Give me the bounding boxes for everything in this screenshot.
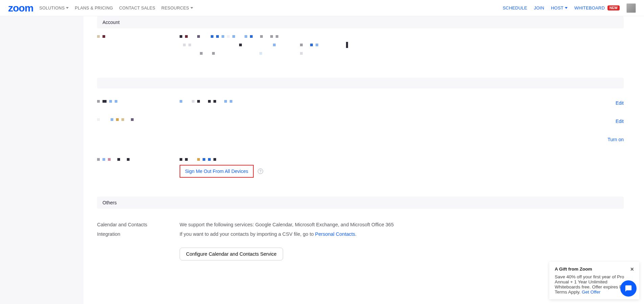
header: zoom SOLUTIONS PLANS & PRICING CONTACT S…: [0, 0, 644, 16]
section-signin-header: [97, 78, 624, 88]
help-icon[interactable]: ?: [258, 169, 263, 174]
header-left: zoom SOLUTIONS PLANS & PRICING CONTACT S…: [8, 3, 193, 13]
signin-row-email: Edit: [97, 100, 624, 106]
calendar-desc-1: We support the following services: Googl…: [180, 220, 624, 230]
toast-cta-link[interactable]: Get Offer: [582, 289, 600, 295]
turn-on-link[interactable]: Turn on: [607, 137, 624, 142]
account-row-1: [97, 35, 624, 59]
calendar-desc-2b: .: [355, 231, 356, 237]
nav-resources[interactable]: RESOURCES: [161, 6, 193, 10]
edit-password-link[interactable]: Edit: [616, 119, 624, 124]
calendar-desc-2a: If you want to add your contacts by impo…: [180, 231, 315, 237]
toast-title: A Gift from Zoom: [555, 267, 592, 272]
page-body: Account: [0, 16, 644, 304]
chat-icon: [625, 285, 632, 292]
calendar-desc-2: If you want to add your contacts by impo…: [180, 230, 624, 239]
section-account-header: Account: [97, 16, 624, 28]
content: Account: [84, 16, 644, 304]
zoom-logo[interactable]: zoom: [8, 3, 33, 13]
others-row-calendar: Calendar and Contacts Integration We sup…: [97, 220, 624, 260]
signin-row-2fa: Turn on: [97, 136, 624, 143]
nav-join[interactable]: JOIN: [534, 5, 544, 10]
nav-whiteboard[interactable]: WHITEBOARD NEW: [574, 5, 620, 10]
new-badge: NEW: [607, 5, 620, 10]
sign-out-all-button[interactable]: Sign Me Out From All Devices: [180, 165, 254, 178]
section-others-header: Others: [97, 197, 624, 209]
chevron-down-icon: [190, 7, 193, 9]
signin-row-password: Edit: [97, 118, 624, 124]
header-right: SCHEDULE JOIN HOST WHITEBOARD NEW: [503, 3, 636, 13]
close-icon[interactable]: ×: [630, 267, 634, 272]
nav-plans[interactable]: PLANS & PRICING: [75, 6, 113, 10]
sidebar: [0, 16, 84, 304]
nav-whiteboard-label: WHITEBOARD: [574, 5, 605, 10]
chevron-down-icon: [66, 7, 69, 9]
nav-contact[interactable]: CONTACT SALES: [119, 6, 155, 10]
sign-out-all-label: Sign Me Out From All Devices: [185, 169, 248, 174]
calendar-integration-label: Calendar and Contacts Integration: [97, 220, 171, 239]
signin-row-signed-in: Sign Me Out From All Devices ?: [97, 158, 624, 178]
nav-host-label: HOST: [551, 5, 564, 10]
chevron-down-icon: [565, 7, 568, 9]
configure-calendar-button[interactable]: Configure Calendar and Contacts Service: [180, 248, 283, 260]
nav-solutions-label: SOLUTIONS: [39, 6, 65, 10]
edit-email-link[interactable]: Edit: [616, 100, 624, 106]
chat-fab[interactable]: [620, 280, 637, 297]
nav-solutions[interactable]: SOLUTIONS: [39, 6, 69, 10]
personal-contacts-link[interactable]: Personal Contacts: [315, 231, 355, 237]
avatar[interactable]: [626, 3, 636, 13]
nav-resources-label: RESOURCES: [161, 6, 189, 10]
nav-schedule[interactable]: SCHEDULE: [503, 5, 527, 10]
nav-host[interactable]: HOST: [551, 5, 568, 10]
